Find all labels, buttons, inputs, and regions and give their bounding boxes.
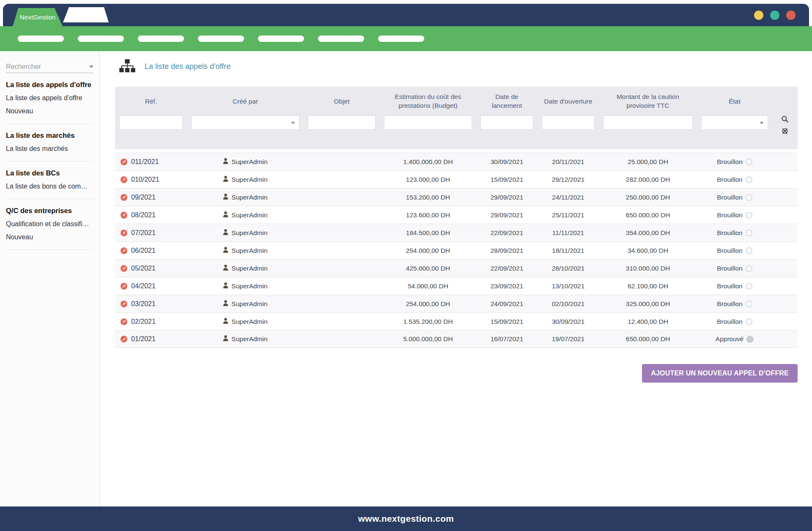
ref-value[interactable]: 011/2021: [131, 158, 159, 166]
ref-value[interactable]: 08/2021: [131, 211, 156, 219]
table-row[interactable]: 09/2021SuperAdmin153.200,00 DH29/09/2021…: [115, 188, 798, 206]
filter-budget-input[interactable]: [384, 115, 472, 130]
chevron-down-icon: [760, 122, 764, 124]
nav-item-placeholder[interactable]: [18, 36, 64, 42]
montant-value: 282.000,00 DH: [599, 170, 697, 188]
filter-objet-input[interactable]: [308, 115, 376, 130]
brand-logo-tab[interactable]: NextGestion: [13, 8, 63, 26]
table-row[interactable]: 02/2021SuperAdmin1.535.200,00 DH15/09/20…: [115, 312, 798, 330]
sidebar-item[interactable]: Nouveau: [6, 104, 93, 118]
chevron-down-icon: [89, 66, 93, 68]
filter-ref-input[interactable]: [119, 115, 183, 130]
sidebar-section: La liste des marchésLa liste des marchés: [6, 124, 93, 161]
nav-item-placeholder[interactable]: [378, 36, 424, 42]
row-edit-status-icon[interactable]: [121, 247, 127, 254]
window-maximize-button[interactable]: [770, 11, 779, 20]
created-by-value: SuperAdmin: [231, 335, 267, 343]
nav-item-placeholder[interactable]: [198, 36, 244, 42]
date-lancement-value: 22/09/2021: [476, 224, 538, 241]
sidebar-section-title[interactable]: La liste des marchés: [6, 131, 93, 140]
etat-status-circle: [746, 283, 752, 290]
date-lancement-value: 16/07/2021: [476, 330, 538, 348]
table-row[interactable]: 011/2021SuperAdmin1.400.000,00 DH30/09/2…: [115, 153, 798, 170]
column-header[interactable]: État: [697, 87, 772, 115]
filter-date-lancement-input[interactable]: [480, 115, 533, 130]
table-spacer: [115, 149, 798, 153]
person-icon: [223, 158, 228, 166]
table-row[interactable]: 010/2021SuperAdmin123.000,00 DH15/09/202…: [115, 170, 798, 188]
row-edit-status-icon[interactable]: [121, 194, 127, 201]
ref-value[interactable]: 010/2021: [131, 176, 159, 183]
date-ouverture-value: 13/10/2021: [538, 277, 599, 295]
person-icon: [223, 194, 228, 201]
filter-date-ouverture-input[interactable]: [542, 115, 595, 130]
sidebar-search-select[interactable]: Rechercher: [6, 60, 93, 73]
column-header[interactable]: Montant de la caution provisoire TTC: [599, 87, 697, 115]
column-header[interactable]: Créé par: [187, 87, 304, 115]
column-header[interactable]: Date d'ouverture: [538, 87, 599, 115]
ref-value[interactable]: 01/2021: [131, 335, 156, 343]
window-controls: [754, 11, 796, 20]
ref-value[interactable]: 04/2021: [131, 282, 156, 290]
column-header[interactable]: Estimation du coût des prestations (Budg…: [380, 87, 476, 115]
row-edit-status-icon[interactable]: [121, 159, 127, 165]
add-appel-offre-button[interactable]: AJOUTER UN NOUVEAU APPEL D'OFFRE: [642, 364, 798, 383]
ref-value[interactable]: 06/2021: [131, 247, 156, 255]
filter-etat-select[interactable]: [701, 115, 768, 130]
ref-value[interactable]: 02/2021: [131, 318, 156, 326]
sidebar-section-title[interactable]: La liste des appels d'offre: [6, 81, 93, 89]
row-edit-status-icon[interactable]: [121, 301, 127, 307]
sidebar-item[interactable]: La liste des appels d'offre: [6, 91, 93, 104]
window-close-button[interactable]: [786, 11, 796, 20]
footer-url[interactable]: www.nextgestion.com: [358, 514, 454, 524]
sidebar-item[interactable]: Nouveau: [6, 230, 93, 244]
ref-value[interactable]: 05/2021: [131, 265, 156, 272]
objet-value: [304, 277, 380, 295]
column-header[interactable]: Objet: [304, 87, 380, 115]
search-icon[interactable]: [781, 115, 789, 123]
date-ouverture-value: 30/09/2021: [538, 312, 599, 330]
table-row[interactable]: 04/2021SuperAdmin54.000,00 DH23/09/20211…: [115, 277, 798, 295]
row-actions-cell: [772, 170, 798, 188]
row-edit-status-icon[interactable]: [121, 230, 127, 236]
sidebar-section-title[interactable]: Q/C des entreprises: [6, 207, 93, 215]
table-row[interactable]: 01/2021SuperAdmin5.000.000,00 DH16/07/20…: [115, 330, 798, 348]
person-icon: [223, 335, 228, 343]
table-row[interactable]: 08/2021SuperAdmin123.600,00 DH29/09/2021…: [115, 206, 798, 224]
table-row[interactable]: 07/2021SuperAdmin184.500,00 DH22/09/2021…: [115, 224, 798, 241]
sidebar-item[interactable]: La liste des marchés: [6, 142, 93, 155]
sidebar-section-title[interactable]: La liste des BCs: [6, 169, 93, 177]
etat-value: Brouillon: [717, 282, 742, 290]
ref-value[interactable]: 03/2021: [131, 300, 156, 308]
nav-item-placeholder[interactable]: [318, 36, 364, 42]
column-header[interactable]: Date de lancement: [476, 87, 538, 115]
row-edit-status-icon[interactable]: [121, 265, 127, 272]
etat-value: Brouillon: [717, 194, 742, 201]
sidebar-item[interactable]: La liste des bons de com…: [6, 180, 93, 193]
clear-filter-icon[interactable]: [781, 127, 789, 135]
filter-montant-input[interactable]: [603, 115, 693, 130]
row-edit-status-icon[interactable]: [121, 212, 127, 219]
nav-item-placeholder[interactable]: [78, 36, 124, 42]
etat-status-circle: [746, 212, 752, 219]
nav-item-placeholder[interactable]: [258, 36, 304, 42]
filter-created-by-select[interactable]: [191, 115, 299, 130]
montant-value: 354.000,00 DH: [599, 224, 697, 241]
budget-value: 5.000.000,00 DH: [380, 330, 476, 348]
column-header[interactable]: Réf.: [115, 87, 187, 115]
sidebar-item[interactable]: Qualification et de classifi…: [6, 217, 93, 230]
objet-value: [304, 312, 380, 330]
nav-item-placeholder[interactable]: [138, 36, 184, 42]
row-edit-status-icon[interactable]: [121, 176, 127, 183]
ref-value[interactable]: 07/2021: [131, 229, 156, 237]
sidebar-search-placeholder: Rechercher: [6, 63, 41, 71]
table-row[interactable]: 03/2021SuperAdmin254.000,00 DH24/09/2021…: [115, 295, 798, 312]
row-edit-status-icon[interactable]: [121, 283, 127, 290]
row-edit-status-icon[interactable]: [121, 336, 127, 342]
ref-value[interactable]: 09/2021: [131, 194, 156, 201]
window-minimize-button[interactable]: [754, 11, 763, 20]
table-row[interactable]: 06/2021SuperAdmin254.000,00 DH28/09/2021…: [115, 241, 798, 259]
active-tab-placeholder[interactable]: [63, 7, 109, 22]
row-edit-status-icon[interactable]: [121, 318, 127, 325]
table-row[interactable]: 05/2021SuperAdmin425.000,00 DH22/09/2021…: [115, 259, 798, 277]
